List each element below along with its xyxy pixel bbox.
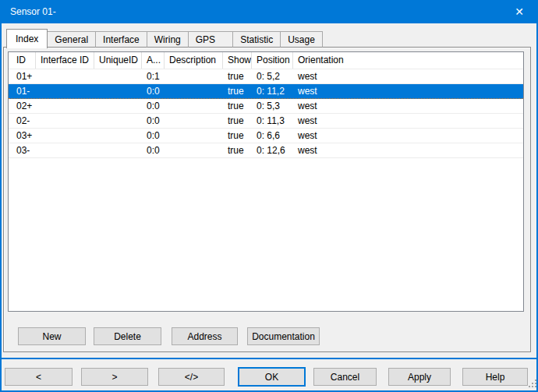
- tab-usage[interactable]: Usage: [281, 31, 323, 48]
- cancel-button[interactable]: Cancel: [313, 368, 377, 386]
- cell-show: true: [223, 99, 252, 113]
- column-header-orientation[interactable]: Orientation: [293, 52, 523, 69]
- cell-address: 0:0: [142, 84, 165, 98]
- cell-uniqueid: [94, 114, 142, 128]
- cell-id: 01-: [9, 84, 36, 98]
- cell-interface-id: [36, 129, 94, 143]
- resize-grip-icon[interactable]: [529, 380, 530, 381]
- previous-button[interactable]: <: [5, 368, 73, 386]
- cell-show: true: [223, 143, 252, 157]
- ok-button[interactable]: OK: [238, 367, 306, 387]
- cell-uniqueid: [94, 143, 142, 157]
- cell-id: 03-: [9, 143, 36, 157]
- cell-position: 0: 12,6: [252, 143, 293, 157]
- cell-interface-id: [36, 114, 94, 128]
- table-row[interactable]: 02- 0:0 true 0: 11,3 west: [9, 114, 523, 129]
- tab-wiring[interactable]: Wiring: [147, 31, 189, 48]
- cell-address: 0:0: [142, 99, 165, 113]
- cell-show: true: [223, 129, 252, 143]
- cell-uniqueid: [94, 84, 142, 98]
- code-button[interactable]: </>: [158, 368, 225, 386]
- tab-general[interactable]: General: [48, 31, 96, 48]
- tab-index[interactable]: Index: [6, 29, 48, 48]
- cell-id: 02-: [9, 114, 36, 128]
- cell-position: 0: 5,3: [252, 99, 293, 113]
- column-header-description[interactable]: Description: [165, 52, 223, 69]
- cell-interface-id: [36, 69, 94, 83]
- cell-address: 0:0: [142, 114, 165, 128]
- cell-description: [165, 99, 223, 113]
- cell-show: true: [223, 114, 252, 128]
- cell-show: true: [223, 69, 252, 83]
- bottom-separator: [0, 358, 538, 359]
- table-row-selected[interactable]: 01- 0:0 true 0: 11,2 west: [9, 84, 523, 99]
- cell-uniqueid: [94, 129, 142, 143]
- help-button[interactable]: Help: [462, 368, 528, 386]
- column-header-id[interactable]: ID: [9, 52, 36, 69]
- cell-description: [165, 143, 223, 157]
- cell-uniqueid: [94, 69, 142, 83]
- cell-interface-id: [36, 99, 94, 113]
- cell-id: 01+: [9, 69, 36, 83]
- tab-interface[interactable]: Interface: [96, 31, 147, 48]
- cell-position: 0: 11,3: [252, 114, 293, 128]
- index-table: ID Interface ID UniqueID A... Descriptio…: [8, 51, 524, 312]
- cell-orientation: west: [293, 143, 523, 157]
- table-row[interactable]: 03+ 0:0 true 0: 6,6 west: [9, 129, 523, 143]
- cell-position: 0: 6,6: [252, 129, 293, 143]
- table-row[interactable]: 02+ 0:0 true 0: 5,3 west: [9, 99, 523, 114]
- cell-position: 0: 11,2: [252, 84, 293, 98]
- cell-address: 0:1: [142, 69, 165, 83]
- delete-button[interactable]: Delete: [94, 327, 161, 345]
- tab-bar: Index General Interface Wiring GPS Stati…: [6, 29, 323, 48]
- column-header-position[interactable]: Position: [252, 52, 293, 69]
- column-header-address[interactable]: A...: [142, 52, 165, 69]
- cell-orientation: west: [293, 69, 523, 83]
- title-bar: Sensor 01- ✕: [0, 0, 538, 23]
- column-header-show[interactable]: Show: [223, 52, 252, 69]
- cell-description: [165, 69, 223, 83]
- cell-orientation: west: [293, 84, 523, 98]
- new-button[interactable]: New: [18, 327, 86, 345]
- apply-button[interactable]: Apply: [388, 368, 451, 386]
- sensor-dialog: Sensor 01- ✕ Index General Interface Wir…: [0, 0, 538, 392]
- cell-orientation: west: [293, 99, 523, 113]
- address-button[interactable]: Address: [172, 327, 238, 345]
- cell-uniqueid: [94, 99, 142, 113]
- column-header-interface-id[interactable]: Interface ID: [36, 52, 94, 69]
- table-row[interactable]: 03- 0:0 true 0: 12,6 west: [9, 143, 523, 158]
- cell-address: 0:0: [142, 129, 165, 143]
- documentation-button[interactable]: Documentation: [247, 327, 320, 345]
- cell-show: true: [223, 84, 252, 98]
- cell-orientation: west: [293, 129, 523, 143]
- table-header-row: ID Interface ID UniqueID A... Descriptio…: [9, 52, 523, 69]
- cell-description: [165, 84, 223, 98]
- window-title: Sensor 01-: [10, 6, 56, 17]
- cell-id: 03+: [9, 129, 36, 143]
- tab-statistic[interactable]: Statistic: [233, 31, 281, 48]
- close-icon[interactable]: ✕: [502, 0, 536, 23]
- cell-interface-id: [36, 143, 94, 157]
- tab-gps[interactable]: GPS: [189, 31, 233, 48]
- cell-description: [165, 129, 223, 143]
- table-row[interactable]: 01+ 0:1 true 0: 5,2 west: [9, 69, 523, 84]
- cell-interface-id: [36, 84, 94, 98]
- column-header-uniqueid[interactable]: UniqueID: [94, 52, 142, 69]
- next-button[interactable]: >: [81, 368, 148, 386]
- cell-position: 0: 5,2: [252, 69, 293, 83]
- cell-orientation: west: [293, 114, 523, 128]
- cell-id: 02+: [9, 99, 36, 113]
- cell-description: [165, 114, 223, 128]
- cell-address: 0:0: [142, 143, 165, 157]
